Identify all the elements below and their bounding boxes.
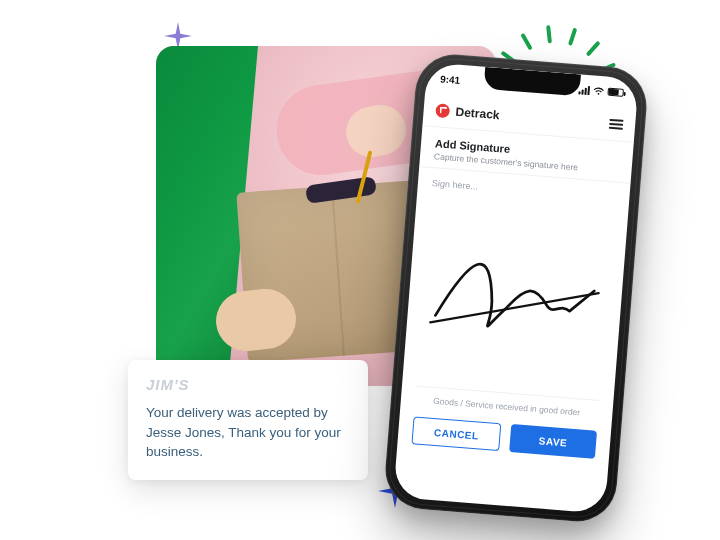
- signature-stroke: [417, 194, 615, 394]
- save-button[interactable]: SAVE: [509, 424, 597, 459]
- status-time: 9:41: [440, 73, 461, 86]
- cancel-button[interactable]: CANCEL: [411, 416, 501, 451]
- battery-icon: [607, 88, 624, 97]
- menu-icon[interactable]: [609, 118, 624, 129]
- notification-message: Your delivery was accepted by Jesse Jone…: [146, 403, 350, 462]
- brand-logo-icon: [435, 103, 450, 118]
- phone-frame: 9:41 Detrack Add Signature Capture the c…: [382, 52, 649, 525]
- phone-screen: 9:41 Detrack Add Signature Capture the c…: [393, 62, 639, 513]
- wifi-icon: [592, 86, 605, 96]
- brand-name: Detrack: [455, 104, 500, 121]
- notification-brand: JIM'S: [146, 376, 350, 393]
- signal-icon: [578, 85, 590, 95]
- notification-card: JIM'S Your delivery was accepted by Jess…: [128, 360, 368, 480]
- signature-pad[interactable]: [417, 194, 615, 394]
